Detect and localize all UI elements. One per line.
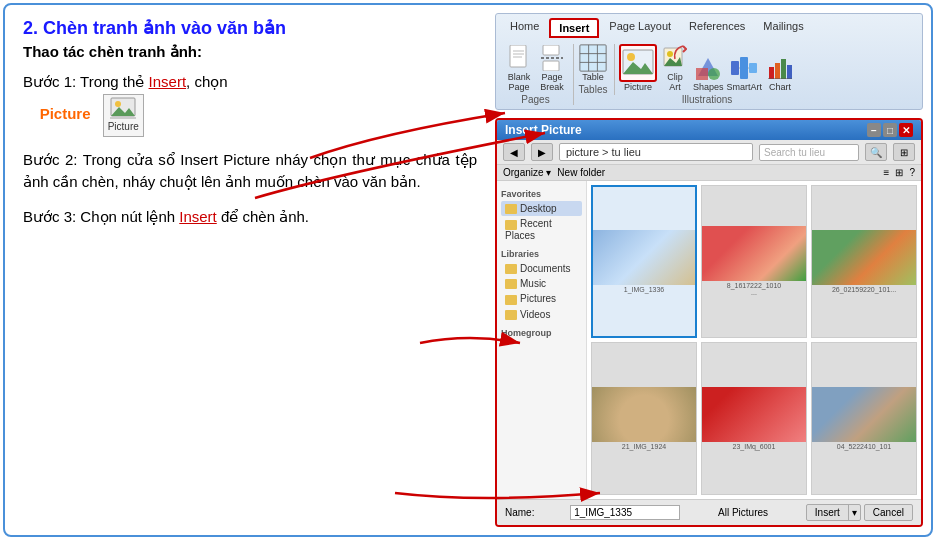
page-break-icon xyxy=(538,44,566,72)
chart-label: Chart xyxy=(769,82,791,92)
documents-folder-icon xyxy=(505,264,517,274)
libraries-label: Libraries xyxy=(501,249,582,259)
photo-label-1: 1_IMG_1336 xyxy=(623,285,665,294)
ribbon-bar: Home Insert Page Layout References Maili… xyxy=(495,13,923,110)
dialog-search-icon[interactable]: 🔍 xyxy=(865,143,887,161)
dialog-title: Insert Picture xyxy=(505,123,582,137)
photo-label-2: 8_1617222_1010... xyxy=(726,281,783,297)
blank-page-label: BlankPage xyxy=(508,72,531,92)
dialog-minimize-button[interactable]: − xyxy=(867,123,881,137)
photo-thumb-3[interactable]: 26_02159220_101... xyxy=(811,185,917,338)
ribbon-item-chart[interactable]: Chart xyxy=(765,54,795,92)
dialog-breadcrumb[interactable]: picture > tu lieu xyxy=(559,143,753,161)
smartart-icon xyxy=(730,54,758,82)
photo-thumb-2[interactable]: 8_1617222_1010... xyxy=(701,185,807,338)
ribbon-group-illustrations: Picture xyxy=(619,44,801,105)
filetype-label: All Pictures xyxy=(718,507,768,518)
tables-items: Table xyxy=(578,44,608,82)
blank-page-icon xyxy=(505,44,533,72)
recent-folder-icon xyxy=(505,220,517,230)
shapes-icon xyxy=(694,54,722,82)
pages-items: BlankPage PageBreak xyxy=(504,44,567,92)
ribbon-item-table[interactable]: Table xyxy=(578,44,608,82)
dialog-search-input[interactable]: Search tu lieu xyxy=(759,144,859,161)
sidebar-item-documents[interactable]: Documents xyxy=(501,261,582,276)
svg-rect-10 xyxy=(543,61,559,71)
help-button[interactable]: ? xyxy=(909,167,915,178)
dialog-maximize-button[interactable]: □ xyxy=(883,123,897,137)
svg-rect-4 xyxy=(510,45,526,67)
videos-folder-icon xyxy=(505,310,517,320)
photo-thumb-6[interactable]: 04_5222410_101 xyxy=(811,342,917,495)
pictures-folder-icon xyxy=(505,295,517,305)
filename-label: Name: xyxy=(505,507,534,518)
ribbon-content: BlankPage PageBreak xyxy=(502,40,916,107)
dialog-controls: − □ ✕ xyxy=(867,123,913,137)
table-icon xyxy=(579,44,607,72)
pages-group-label: Pages xyxy=(521,94,549,105)
music-folder-icon xyxy=(505,279,517,289)
tables-group-label: Tables xyxy=(579,84,608,95)
sidebar-item-videos[interactable]: Videos xyxy=(501,307,582,322)
dialog-view-options-button[interactable]: ⊞ xyxy=(893,143,915,161)
ribbon-item-blank-page[interactable]: BlankPage xyxy=(504,44,534,92)
dialog-forward-button[interactable]: ▶ xyxy=(531,143,553,161)
svg-point-1 xyxy=(115,101,121,107)
photo-img-4 xyxy=(592,387,696,442)
sidebar-item-desktop[interactable]: Desktop xyxy=(501,201,582,216)
photo-thumb-4[interactable]: 21_IMG_1924 xyxy=(591,342,697,495)
sidebar-item-music[interactable]: Music xyxy=(501,276,582,291)
svg-rect-8 xyxy=(543,45,559,55)
view-toggle-1[interactable]: ≡ xyxy=(884,167,890,178)
picture-icon: Picture xyxy=(103,94,144,137)
tab-mailings[interactable]: Mailings xyxy=(755,18,811,38)
photo-img-6 xyxy=(812,387,916,442)
dialog-close-button[interactable]: ✕ xyxy=(899,123,913,137)
tab-page-layout[interactable]: Page Layout xyxy=(601,18,679,38)
clip-art-icon xyxy=(661,44,689,72)
svg-rect-33 xyxy=(787,65,792,79)
svg-point-24 xyxy=(708,68,720,80)
dialog-back-button[interactable]: ◀ xyxy=(503,143,525,161)
svg-rect-11 xyxy=(580,45,606,71)
footer-buttons: Insert ▾ Cancel xyxy=(806,504,913,521)
photo-label-6: 04_5222410_101 xyxy=(836,442,893,451)
tab-insert[interactable]: Insert xyxy=(549,18,599,38)
right-panel: Home Insert Page Layout References Maili… xyxy=(495,5,931,535)
ribbon-item-smartart[interactable]: SmartArt xyxy=(727,54,763,92)
ribbon-item-clip-art[interactable]: ClipArt xyxy=(660,44,690,92)
view-toggle-2[interactable]: ⊞ xyxy=(895,167,903,178)
photo-thumb-5[interactable]: 23_IMq_6001 xyxy=(701,342,807,495)
organize-button[interactable]: Organize ▾ xyxy=(503,167,551,178)
dialog-body: Favorites Desktop Recent Places Librarie… xyxy=(497,181,921,499)
svg-point-20 xyxy=(667,51,673,57)
sidebar-item-pictures[interactable]: Pictures xyxy=(501,291,582,306)
insert-picture-dialog: Insert Picture − □ ✕ ◀ ▶ picture > tu li… xyxy=(495,118,923,527)
tab-references[interactable]: References xyxy=(681,18,753,38)
ribbon-item-shapes[interactable]: Shapes xyxy=(693,54,724,92)
page-title: 2. Chèn tranh ảnh vào văn bản xyxy=(23,17,477,39)
photo-img-1 xyxy=(593,230,695,285)
insert-button[interactable]: Insert ▾ xyxy=(806,504,861,521)
photo-thumb-1[interactable]: 1_IMG_1336 xyxy=(591,185,697,338)
insert-dropdown-arrow[interactable]: ▾ xyxy=(848,505,860,520)
picture-ribbon-icon xyxy=(619,44,657,82)
photo-img-5 xyxy=(702,387,806,442)
ribbon-item-picture[interactable]: Picture xyxy=(619,44,657,92)
sidebar-item-recent[interactable]: Recent Places xyxy=(501,216,582,242)
illustrations-group-label: Illustrations xyxy=(682,94,733,105)
dialog-action-bar: Organize ▾ New folder ≡ ⊞ ? xyxy=(497,165,921,181)
ribbon-item-page-break[interactable]: PageBreak xyxy=(537,44,567,92)
desktop-folder-icon xyxy=(505,204,517,214)
cancel-button[interactable]: Cancel xyxy=(864,504,913,521)
table-label: Table xyxy=(582,72,604,82)
subtitle: Thao tác chèn tranh ảnh: xyxy=(23,43,477,61)
insert-word-3: Insert xyxy=(179,208,217,225)
tab-home[interactable]: Home xyxy=(502,18,547,38)
photo-img-2 xyxy=(702,226,806,281)
ribbon-group-pages: BlankPage PageBreak xyxy=(504,44,574,105)
filename-input[interactable] xyxy=(570,505,680,520)
new-folder-button[interactable]: New folder xyxy=(557,167,605,178)
smartart-label: SmartArt xyxy=(727,82,763,92)
shapes-label: Shapes xyxy=(693,82,724,92)
